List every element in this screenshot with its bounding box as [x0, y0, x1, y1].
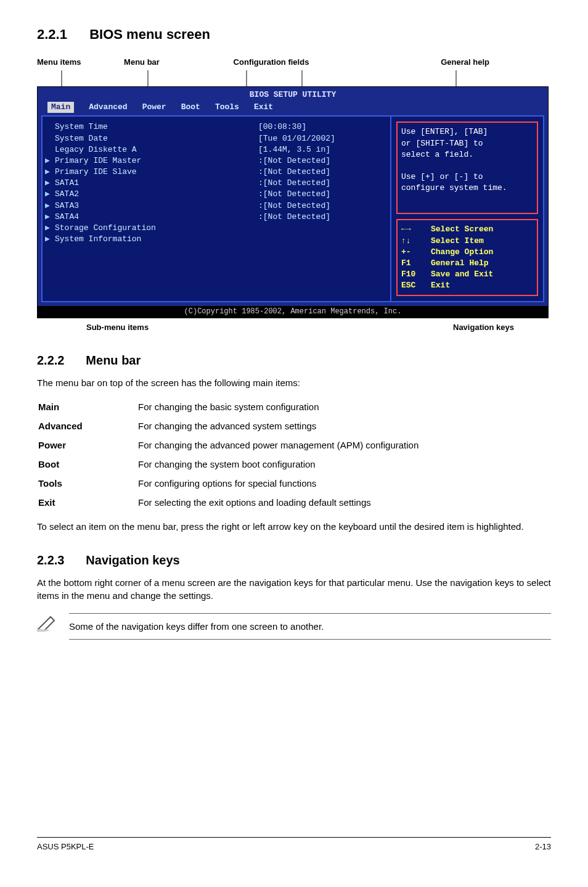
definition-term: Main [38, 398, 137, 416]
page-footer: ASUS P5KPL-E 2-13 [37, 837, 551, 852]
definition-row: ToolsFor configuring options for special… [38, 474, 419, 492]
bios-bottom-labels: Sub-menu items Navigation keys [37, 322, 551, 333]
bios-item-value [258, 223, 388, 234]
menubar-definitions: MainFor changing the basic system config… [37, 397, 420, 513]
bios-item-label: System Date [55, 133, 258, 144]
bios-item-row[interactable]: ▶SATA2:[Not Detected] [45, 189, 388, 200]
definition-row: PowerFor changing the advanced power man… [38, 436, 419, 454]
bios-item-label: System Information [55, 234, 258, 245]
navkey-key: F1 [401, 258, 431, 269]
navkey-desc: Select Screen [431, 224, 533, 235]
bios-item-value: :[Not Detected] [258, 178, 388, 189]
bios-top-labels: Menu items Menu bar Configuration fields… [37, 57, 551, 68]
navkey-row: ←→Select Screen [401, 224, 533, 235]
submenu-marker-icon: ▶ [45, 167, 55, 178]
label-config-fields: Configuration fields [185, 57, 357, 68]
svg-point-5 [37, 629, 49, 632]
bios-item-value: :[Not Detected] [258, 155, 388, 167]
label-submenu-items: Sub-menu items [86, 322, 149, 333]
bios-item-row[interactable]: ▶Storage Configuration [45, 223, 388, 234]
navkey-desc: Select Item [431, 236, 533, 247]
bios-screen: BIOS SETUP UTILITY Main Advanced Power B… [37, 86, 549, 318]
bios-tab-boot[interactable]: Boot [181, 102, 200, 113]
menubar-outro: To select an item on the menu bar, press… [37, 520, 551, 533]
section-number: 2.2.3 [37, 553, 64, 567]
navkey-key: +- [401, 247, 431, 258]
navkey-row: ESCExit [401, 280, 533, 291]
bios-tab-exit[interactable]: Exit [254, 102, 273, 113]
bios-item-row[interactable]: Legacy Diskette A[1.44M, 3.5 in] [45, 144, 388, 155]
section-title: Navigation keys [86, 553, 179, 567]
definition-term: Boot [38, 455, 137, 473]
section-heading: 2.2.3 Navigation keys [37, 551, 551, 569]
bios-tab-advanced[interactable]: Advanced [89, 102, 127, 113]
navkey-key: ESC [401, 280, 431, 291]
submenu-marker-icon [45, 122, 55, 133]
navkey-row: ↑↓Select Item [401, 236, 533, 247]
bios-left-panel: System Time[00:08:30]System Date[Tue 01/… [41, 115, 390, 302]
bios-help-text: Use [ENTER], [TAB] or [SHIFT-TAB] to sel… [396, 122, 538, 214]
bios-item-row[interactable]: System Time[00:08:30] [45, 122, 388, 133]
definition-term: Exit [38, 493, 137, 511]
section-number: 2.2.2 [37, 353, 64, 367]
pencil-icon [37, 613, 59, 632]
bios-item-value: :[Not Detected] [258, 167, 388, 178]
bios-item-label: SATA3 [55, 200, 258, 212]
bios-header: BIOS SETUP UTILITY Main Advanced Power B… [38, 87, 548, 115]
label-menu-items: Menu items [37, 57, 99, 68]
navkey-desc: Save and Exit [431, 269, 533, 280]
bios-navkeys-box: ←→Select Screen↑↓Select Item+-Change Opt… [396, 219, 538, 296]
label-menu-bar: Menu bar [99, 57, 185, 68]
definition-term: Advanced [38, 417, 137, 435]
definition-desc: For selecting the exit options and loadi… [138, 493, 419, 511]
navkey-row: +-Change Option [401, 247, 533, 258]
navkey-desc: Exit [431, 280, 533, 291]
navkey-key: ↑↓ [401, 236, 431, 247]
submenu-marker-icon [45, 144, 55, 155]
definition-row: MainFor changing the basic system config… [38, 398, 419, 416]
bios-item-row[interactable]: ▶SATA1:[Not Detected] [45, 178, 388, 189]
definition-row: BootFor changing the system boot configu… [38, 455, 419, 473]
definition-row: ExitFor selecting the exit options and l… [38, 493, 419, 511]
bios-item-row[interactable]: System Date[Tue 01/01/2002] [45, 133, 388, 144]
bios-item-label: Legacy Diskette A [55, 144, 258, 155]
navkey-key: F10 [401, 269, 431, 280]
bios-item-row[interactable]: ▶Primary IDE Slave:[Not Detected] [45, 167, 388, 178]
note-block: Some of the navigation keys differ from … [37, 613, 551, 640]
bios-tab-power[interactable]: Power [142, 102, 166, 113]
bios-tab-main[interactable]: Main [47, 102, 74, 113]
footer-product: ASUS P5KPL-E [37, 841, 94, 852]
bios-item-value: [Tue 01/01/2002] [258, 133, 388, 144]
bios-item-row[interactable]: ▶SATA3:[Not Detected] [45, 200, 388, 212]
bios-item-label: Primary IDE Master [55, 155, 258, 167]
submenu-marker-icon [45, 133, 55, 144]
bios-item-value: [1.44M, 3.5 in] [258, 144, 388, 155]
submenu-marker-icon: ▶ [45, 223, 55, 234]
bios-item-label: SATA2 [55, 189, 258, 200]
connector-lines [37, 70, 551, 86]
bios-item-row[interactable]: ▶SATA4:[Not Detected] [45, 212, 388, 223]
navkey-row: F10Save and Exit [401, 269, 533, 280]
menubar-intro: The menu bar on top of the screen has th… [37, 376, 551, 389]
bios-body: System Time[00:08:30]System Date[Tue 01/… [41, 115, 544, 302]
bios-item-value: :[Not Detected] [258, 212, 388, 223]
bios-item-label: SATA1 [55, 178, 258, 189]
submenu-marker-icon: ▶ [45, 212, 55, 223]
label-nav-keys: Navigation keys [453, 322, 514, 333]
navkey-desc: General Help [431, 258, 533, 269]
submenu-marker-icon: ▶ [45, 189, 55, 200]
bios-item-row[interactable]: ▶System Information [45, 234, 388, 245]
bios-item-value: :[Not Detected] [258, 189, 388, 200]
bios-item-label: System Time [55, 122, 258, 133]
definition-desc: For changing the advanced power manageme… [138, 436, 419, 454]
definition-row: AdvancedFor changing the advanced system… [38, 417, 419, 435]
note-text: Some of the navigation keys differ from … [69, 613, 551, 640]
bios-tab-tools[interactable]: Tools [215, 102, 239, 113]
section-number: 2.2.1 [37, 27, 67, 42]
section-title: BIOS menu screen [89, 27, 210, 42]
bios-item-label: Primary IDE Slave [55, 167, 258, 178]
definition-desc: For changing the basic system configurat… [138, 398, 419, 416]
navkey-key: ←→ [401, 224, 431, 235]
bios-item-row[interactable]: ▶Primary IDE Master:[Not Detected] [45, 155, 388, 167]
submenu-marker-icon: ▶ [45, 200, 55, 212]
